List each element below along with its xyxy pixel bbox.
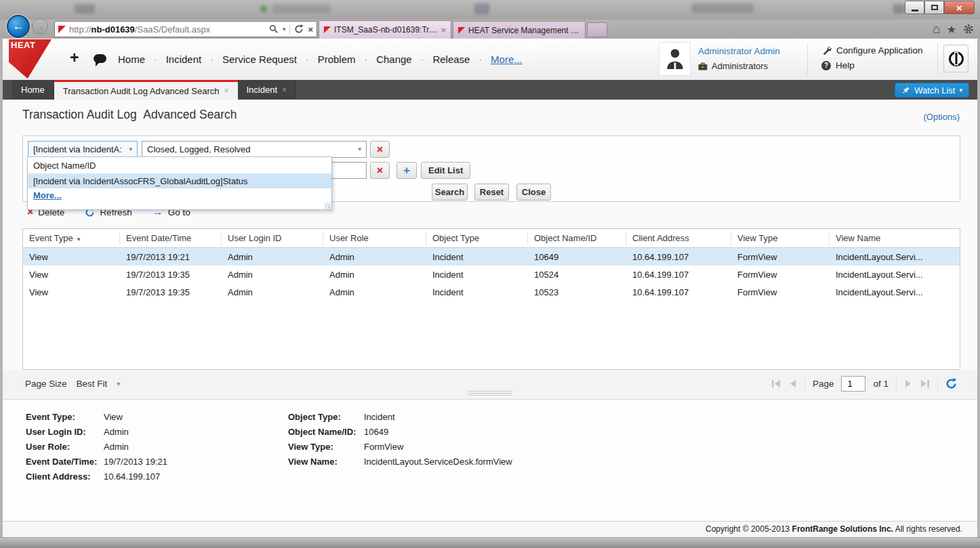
options-link[interactable]: (Options) — [924, 112, 960, 122]
tab-home[interactable]: Home — [12, 80, 54, 100]
close-window-button[interactable]: × — [944, 1, 975, 14]
cell-event-date-time: 19/7/2013 19:35 — [120, 287, 222, 297]
browser-tab-active[interactable]: ITSM_SaaS-nb-d01639:Tran... × — [319, 20, 451, 39]
column-header-event-type[interactable]: Event Type▾ — [23, 232, 120, 245]
column-header-event-date-time[interactable]: Event Date/Time — [120, 232, 222, 245]
close-button[interactable]: Close — [516, 184, 551, 201]
cell-client-address: 10.64.199.107 — [626, 270, 731, 280]
nav-item-service-request[interactable]: Service Request — [220, 54, 300, 65]
edit-list-button[interactable]: Edit List — [421, 162, 470, 179]
column-header-view-type[interactable]: View Type — [731, 232, 830, 245]
nav-item-incident[interactable]: Incident — [163, 54, 205, 65]
audit-log-table: Event Type▾Event Date/TimeUser Login IDU… — [22, 228, 960, 370]
column-header-user-login-id[interactable]: User Login ID — [222, 232, 323, 245]
nav-item-problem[interactable]: Problem — [315, 54, 359, 65]
pager-refresh-icon[interactable] — [945, 378, 957, 389]
dropdown-more-link[interactable]: More... — [28, 188, 331, 203]
details-left-column: Event Type:ViewUser Login ID:AdminUser R… — [26, 409, 167, 484]
page-size-dropdown[interactable]: Best Fit — [77, 379, 108, 389]
chevron-down-icon[interactable]: ▾ — [117, 380, 120, 387]
cell-object-type: Incident — [426, 252, 528, 262]
new-record-plus-icon[interactable]: + — [70, 49, 79, 67]
site-favicon — [58, 26, 66, 33]
column-header-object-type[interactable]: Object Type — [426, 232, 528, 245]
tab-close-icon[interactable]: × — [441, 25, 446, 35]
nav-item-home[interactable]: Home — [115, 54, 148, 65]
nav-item-release[interactable]: Release — [430, 54, 472, 65]
page-count-label: of 1 — [873, 379, 889, 389]
person-icon — [665, 47, 685, 70]
help-link[interactable]: ? Help — [821, 60, 923, 70]
avatar[interactable] — [659, 42, 691, 76]
dropdown-option[interactable]: Object Name/ID — [28, 157, 331, 174]
detail-row: Object Type:Incident — [288, 409, 512, 424]
detail-label-user-login-id: User Login ID: — [26, 427, 104, 437]
add-criteria-button[interactable]: + — [396, 162, 417, 179]
back-button[interactable]: ← — [7, 15, 30, 38]
user-name-link[interactable]: Administrator Admin — [698, 46, 780, 56]
favorites-star-icon[interactable]: ★ — [947, 23, 956, 36]
search-button[interactable]: Search — [432, 184, 468, 201]
remove-criteria-button[interactable]: × — [370, 162, 390, 179]
watch-list-button[interactable]: Watch List ▾ — [895, 83, 969, 98]
sort-desc-icon[interactable]: ▾ — [77, 236, 81, 243]
nav-separator: · — [472, 54, 488, 65]
page-number-input[interactable] — [841, 376, 865, 392]
nav-separator: · — [148, 54, 163, 65]
chevron-down-icon[interactable]: ▾ — [959, 87, 962, 93]
maximize-button[interactable] — [924, 1, 944, 14]
column-header-object-name-id[interactable]: Object Name/ID — [528, 232, 626, 245]
field-dropdown[interactable]: [Incident via IncidentA: ▾ — [28, 141, 138, 158]
minimize-button[interactable] — [905, 1, 924, 14]
tab-close-icon[interactable]: × — [224, 86, 228, 96]
configure-application-link[interactable]: Configure Application — [821, 45, 923, 56]
remove-criteria-button[interactable]: × — [370, 141, 390, 158]
browser-tab-inactive[interactable]: HEAT Service Management Co... — [453, 21, 586, 39]
value-dropdown[interactable]: Closed, Logged, Resolved ▾ — [142, 141, 367, 158]
tab-transaction-audit-log[interactable]: Transaction Audit Log Advanced Search × — [54, 80, 238, 100]
search-icon[interactable] — [269, 24, 279, 34]
tab-close-icon[interactable]: × — [282, 85, 287, 95]
copyright-text: All rights reserved. — [893, 524, 962, 534]
nav-separator: · — [204, 54, 220, 65]
column-header-user-role[interactable]: User Role — [323, 232, 426, 245]
tab-incident[interactable]: Incident × — [238, 80, 297, 100]
browser-tab-title: ITSM_SaaS-nb-d01639:Tran... — [334, 25, 437, 35]
logout-button[interactable] — [943, 45, 968, 72]
home-icon[interactable]: ⌂ — [933, 22, 940, 37]
table-row[interactable]: View19/7/2013 19:35AdminAdminIncident105… — [23, 266, 960, 283]
cell-view-type: FormView — [731, 252, 830, 262]
table-row[interactable]: View19/7/2013 19:21AdminAdminIncident106… — [23, 248, 960, 266]
detail-row: View Type:FormView — [288, 439, 512, 454]
stop-icon[interactable]: × — [308, 25, 313, 34]
chevron-down-icon[interactable]: ▾ — [129, 142, 132, 157]
pager-last-icon[interactable] — [920, 379, 930, 388]
splitter-grip[interactable] — [468, 391, 512, 397]
cell-user-login-id: Admin — [222, 287, 323, 297]
resize-grip[interactable] — [325, 203, 331, 209]
new-tab-button[interactable] — [587, 22, 607, 37]
nav-item-change[interactable]: Change — [373, 54, 415, 65]
table-row[interactable]: View19/7/2013 19:35AdminAdminIncident105… — [23, 283, 960, 301]
column-header-client-address[interactable]: Client Address — [626, 232, 731, 245]
search-options-caret-icon[interactable]: ▾ — [283, 26, 286, 33]
heat-logo[interactable]: HEAT — [9, 39, 52, 79]
chat-icon[interactable] — [94, 54, 106, 63]
forward-button[interactable]: → — [32, 18, 48, 35]
pager-next-icon[interactable] — [904, 379, 912, 388]
pager-bar: Page Size Best Fit ▾ Page of 1 — [0, 370, 980, 400]
pager-first-icon[interactable] — [771, 379, 781, 388]
pushpin-icon — [901, 86, 910, 95]
tools-gear-icon[interactable] — [962, 23, 975, 35]
column-header-view-name[interactable]: View Name — [830, 232, 960, 245]
url-text[interactable]: http://nb-d01639/SaaS/Default.aspx — [69, 24, 210, 35]
desktop-blur-artifact — [272, 5, 331, 13]
nav-item-more[interactable]: More... — [488, 54, 525, 65]
cell-user-role: Admin — [323, 252, 426, 262]
reset-button[interactable]: Reset — [474, 184, 509, 201]
dropdown-option[interactable]: [Incident via IncidentAssocFRS_GlobalAud… — [28, 174, 331, 188]
chevron-down-icon[interactable]: ▾ — [358, 142, 361, 157]
refresh-icon[interactable] — [294, 24, 304, 34]
pager-prev-icon[interactable] — [789, 379, 797, 388]
address-bar[interactable]: http://nb-d01639/SaaS/Default.aspx ▾ × — [54, 21, 317, 37]
